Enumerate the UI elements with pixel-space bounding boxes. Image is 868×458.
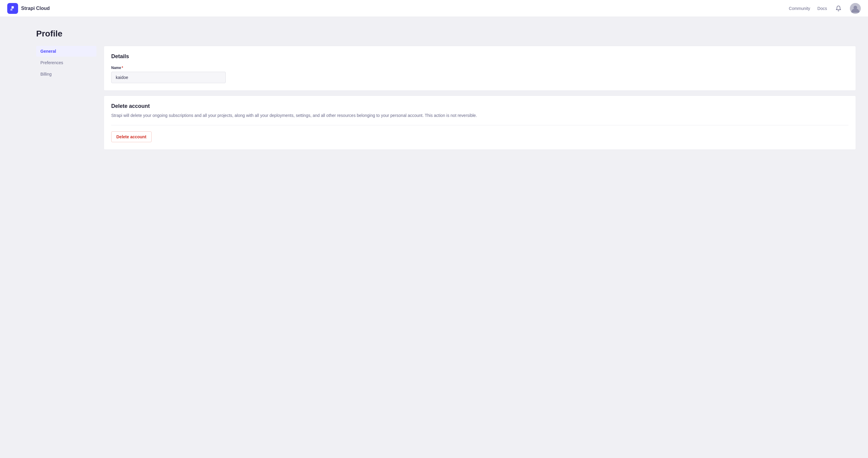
name-form-group: Name* [111,66,226,83]
name-input[interactable] [111,72,226,83]
delete-account-description: Strapi will delete your ongoing subscrip… [111,112,848,119]
details-card-title: Details [111,53,848,60]
navbar: Strapi Cloud Community Docs [0,0,868,17]
sidebar-item-general[interactable]: General [36,46,96,57]
logo-icon[interactable] [7,3,18,14]
docs-link[interactable]: Docs [817,6,827,11]
community-link[interactable]: Community [789,6,810,11]
sidebar-item-preferences[interactable]: Preferences [36,57,96,68]
required-star: * [122,66,123,70]
notification-icon[interactable] [834,4,843,13]
page-title: Profile [36,29,856,39]
name-label: Name* [111,66,226,70]
layout: General Preferences Billing Details Name… [36,46,856,150]
navbar-left: Strapi Cloud [7,3,50,14]
divider [111,125,848,125]
main-content: Profile General Preferences Billing Deta… [0,17,868,162]
avatar[interactable] [850,3,861,14]
sidebar: General Preferences Billing [36,46,96,150]
delete-account-button[interactable]: Delete account [111,131,152,142]
delete-account-card: Delete account Strapi will delete your o… [104,96,856,150]
details-card: Details Name* [104,46,856,91]
content-area: Details Name* Delete account Strapi will… [104,46,856,150]
sidebar-item-billing[interactable]: Billing [36,69,96,79]
navbar-right: Community Docs [789,3,861,14]
delete-account-title: Delete account [111,103,848,109]
brand-name: Strapi Cloud [21,6,50,11]
